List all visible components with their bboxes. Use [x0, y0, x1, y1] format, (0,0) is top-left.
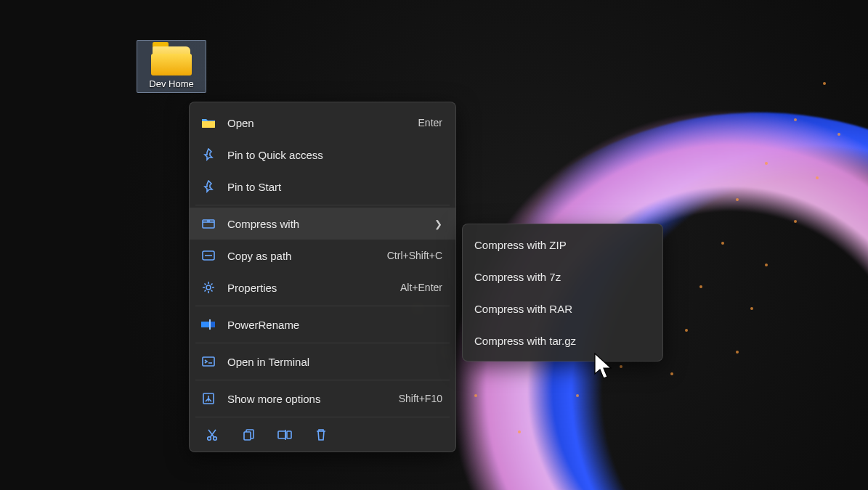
properties-icon	[201, 280, 216, 295]
menu-item-pin-quick-access[interactable]: Pin to Quick access	[190, 139, 455, 171]
menu-accel: Enter	[418, 117, 442, 128]
menu-item-open-terminal[interactable]: Open in Terminal	[190, 346, 455, 377]
submenu-item-rar[interactable]: Compress with RAR	[463, 293, 662, 324]
rename-icon[interactable]	[277, 427, 293, 443]
archive-icon	[201, 216, 216, 231]
chevron-right-icon: ❯	[434, 219, 442, 229]
menu-item-pin-start[interactable]: Pin to Start	[190, 171, 455, 203]
folder-icon	[151, 45, 192, 75]
submenu-label: Compress with RAR	[474, 303, 649, 315]
terminal-icon	[201, 354, 216, 369]
menu-label: Show more options	[227, 393, 387, 405]
menu-item-powerrename[interactable]: PowerRename	[190, 309, 455, 340]
svg-point-22	[206, 285, 211, 290]
copy-icon[interactable]	[240, 427, 256, 443]
menu-label: Copy as path	[227, 250, 376, 262]
context-menu: Open Enter Pin to Quick access Pin to St…	[189, 102, 456, 452]
menu-accel: Ctrl+Shift+C	[387, 250, 442, 261]
svg-rect-23	[201, 322, 209, 327]
svg-rect-32	[287, 431, 291, 438]
svg-rect-20	[203, 220, 214, 228]
svg-rect-30	[244, 432, 251, 440]
submenu-item-7z[interactable]: Compress with 7z	[463, 261, 662, 293]
svg-rect-24	[211, 322, 215, 327]
path-icon	[201, 248, 216, 263]
menu-item-compress-with[interactable]: Compress with ❯	[190, 208, 455, 240]
menu-label: Compress with	[227, 218, 423, 230]
menu-label: Pin to Start	[227, 181, 442, 193]
powerrename-icon	[201, 317, 216, 332]
menu-accel: Alt+Enter	[400, 282, 442, 293]
menu-accel: Shift+F10	[399, 393, 442, 404]
pin-icon	[201, 147, 216, 162]
more-options-icon	[201, 391, 216, 406]
menu-separator	[195, 343, 450, 343]
menu-separator	[195, 380, 450, 380]
svg-point-29	[214, 437, 217, 441]
svg-rect-26	[203, 357, 214, 366]
submenu-compress: Compress with ZIP Compress with 7z Compr…	[462, 224, 663, 362]
menu-item-show-more-options[interactable]: Show more options Shift+F10	[190, 383, 455, 415]
folder-open-icon	[201, 115, 216, 130]
menu-label: Open	[227, 117, 407, 129]
menu-item-open[interactable]: Open Enter	[190, 107, 455, 139]
svg-point-28	[208, 437, 211, 441]
context-menu-action-row	[190, 420, 455, 447]
svg-rect-31	[278, 431, 285, 438]
submenu-label: Compress with 7z	[474, 271, 649, 283]
desktop-folder-dev-home[interactable]: Dev Home	[137, 40, 206, 93]
submenu-label: Compress with tar.gz	[474, 335, 649, 347]
submenu-item-targz[interactable]: Compress with tar.gz	[463, 324, 662, 356]
menu-label: PowerRename	[227, 319, 442, 331]
svg-rect-25	[209, 319, 211, 330]
svg-point-0	[823, 82, 826, 85]
menu-label: Properties	[227, 282, 389, 294]
delete-icon[interactable]	[313, 427, 329, 443]
menu-separator	[195, 417, 450, 417]
submenu-label: Compress with ZIP	[474, 239, 649, 251]
menu-item-properties[interactable]: Properties Alt+Enter	[190, 271, 455, 303]
pin-icon	[201, 179, 216, 194]
menu-separator	[195, 306, 450, 306]
submenu-item-zip[interactable]: Compress with ZIP	[463, 229, 662, 261]
menu-item-copy-as-path[interactable]: Copy as path Ctrl+Shift+C	[190, 240, 455, 271]
cut-icon[interactable]	[204, 427, 220, 443]
menu-separator	[195, 205, 450, 205]
menu-label: Open in Terminal	[227, 356, 442, 368]
menu-label: Pin to Quick access	[227, 149, 442, 161]
desktop-folder-label: Dev Home	[139, 78, 204, 89]
